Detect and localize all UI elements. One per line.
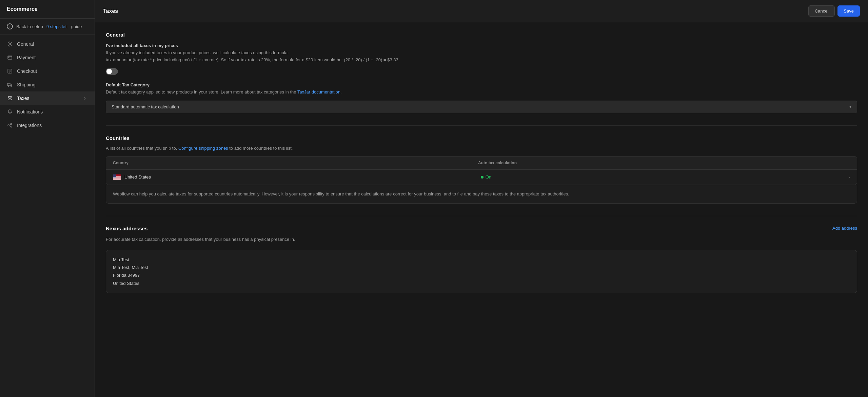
section-divider-2 <box>106 216 857 216</box>
sidebar-item-general[interactable]: General <box>0 37 95 51</box>
select-value: Standard automatic tax calculation <box>112 104 179 109</box>
sidebar-item-integrations[interactable]: Integrations <box>0 119 95 132</box>
taxes-icon <box>7 95 13 101</box>
save-button[interactable]: Save <box>837 5 860 17</box>
sidebar-item-shipping[interactable]: Shipping <box>0 78 95 91</box>
address-line3: United States <box>113 279 850 287</box>
chevron-down-icon: ▾ <box>849 104 851 109</box>
sidebar-item-notifications-label: Notifications <box>17 109 43 114</box>
included-taxes-toggle-wrapper[interactable] <box>106 68 857 75</box>
integrations-icon <box>7 122 13 128</box>
included-taxes-description: I've included all taxes in my prices If … <box>106 42 857 63</box>
checkout-icon <box>7 68 13 74</box>
sidebar-item-payment[interactable]: Payment <box>0 51 95 64</box>
page-title: Taxes <box>103 8 118 14</box>
countries-table: Country Auto tax calculation United Stat… <box>106 156 857 185</box>
auto-tax-status: On <box>486 174 491 180</box>
col-header-auto-tax: Auto tax calculation <box>478 161 843 165</box>
bell-icon <box>7 109 13 115</box>
cancel-button[interactable]: Cancel <box>808 5 835 17</box>
sidebar-item-payment-label: Payment <box>17 55 36 60</box>
add-address-button[interactable]: Add address <box>832 226 857 231</box>
on-indicator-icon <box>481 176 484 179</box>
page-header: Taxes Cancel Save <box>95 0 868 22</box>
countries-description: A list of all countries that you ship to… <box>106 146 857 151</box>
sidebar-item-taxes[interactable]: Taxes <box>0 91 95 105</box>
sidebar-nav: General Payment Checkout <box>0 35 95 135</box>
default-tax-category-group: Default Tax Category Default tax categor… <box>106 82 857 113</box>
svg-point-4 <box>8 125 9 126</box>
taxjar-link[interactable]: TaxJar documentation <box>297 89 340 95</box>
check-circle-icon: ✓ <box>7 23 13 29</box>
nexus-header: Nexus addresses For accurate tax calcula… <box>106 226 857 248</box>
sidebar-item-shipping-label: Shipping <box>17 82 36 87</box>
countries-section: Countries A list of all countries that y… <box>106 135 857 204</box>
app-name: Ecommerce <box>0 0 95 19</box>
svg-point-0 <box>9 43 11 45</box>
chevron-right-icon <box>82 95 88 101</box>
col-header-country: Country <box>113 161 478 165</box>
svg-point-6 <box>11 126 12 127</box>
shipping-icon <box>7 82 13 88</box>
sidebar-item-checkout[interactable]: Checkout <box>0 64 95 78</box>
main-content-area: Taxes Cancel Save General I've included … <box>95 0 868 397</box>
sidebar: Ecommerce ✓ Back to setup 9 steps left g… <box>0 0 95 397</box>
sidebar-item-taxes-label: Taxes <box>17 96 29 101</box>
steps-left-badge: 9 steps left <box>46 24 68 29</box>
auto-tax-cell: On <box>481 174 849 180</box>
toggle-knob <box>106 69 112 74</box>
default-tax-select[interactable]: Standard automatic tax calculation ▾ <box>106 101 857 113</box>
address-line2: Florida 34997 <box>113 271 850 279</box>
gear-icon <box>7 41 13 47</box>
back-label: Back to setup <box>16 24 43 29</box>
page-content: General I've included all taxes in my pr… <box>95 22 868 397</box>
svg-point-5 <box>11 123 12 125</box>
nexus-title-group: Nexus addresses For accurate tax calcula… <box>106 226 295 248</box>
nexus-description: For accurate tax calculation, provide al… <box>106 236 295 243</box>
us-flag-icon <box>113 174 121 180</box>
general-section-title: General <box>106 32 857 38</box>
nexus-section-title: Nexus addresses <box>106 226 295 231</box>
tax-info-text: Webflow can help you calculate taxes for… <box>113 191 569 196</box>
section-divider-1 <box>106 125 857 126</box>
default-tax-category-label: Default Tax Category Default tax categor… <box>106 82 857 96</box>
back-to-setup[interactable]: ✓ Back to setup 9 steps left guide <box>0 19 95 35</box>
country-cell: United States <box>113 174 481 180</box>
table-row[interactable]: United States On › <box>106 170 857 185</box>
table-header: Country Auto tax calculation <box>106 156 857 170</box>
address-card: Mia Test Mia Test, Mia Test Florida 3499… <box>106 250 857 293</box>
header-actions: Cancel Save <box>808 5 860 17</box>
sidebar-item-integrations-label: Integrations <box>17 123 42 128</box>
country-name: United States <box>124 174 151 180</box>
sidebar-item-checkout-label: Checkout <box>17 68 37 74</box>
sidebar-item-notifications[interactable]: Notifications <box>0 105 95 119</box>
countries-section-title: Countries <box>106 135 857 141</box>
row-chevron-icon: › <box>848 174 850 180</box>
svg-point-2 <box>8 86 9 87</box>
address-line1: Mia Test, Mia Test <box>113 264 850 271</box>
general-section: General I've included all taxes in my pr… <box>106 32 857 113</box>
guide-label: guide <box>71 24 82 29</box>
sidebar-item-general-label: General <box>17 41 34 47</box>
payment-icon <box>7 55 13 61</box>
included-taxes-toggle[interactable] <box>106 68 118 75</box>
configure-shipping-link[interactable]: Configure shipping zones <box>178 146 228 151</box>
tax-info-box: Webflow can help you calculate taxes for… <box>106 185 857 204</box>
svg-point-3 <box>11 86 12 87</box>
address-name: Mia Test <box>113 256 850 264</box>
nexus-section: Nexus addresses For accurate tax calcula… <box>106 226 857 293</box>
